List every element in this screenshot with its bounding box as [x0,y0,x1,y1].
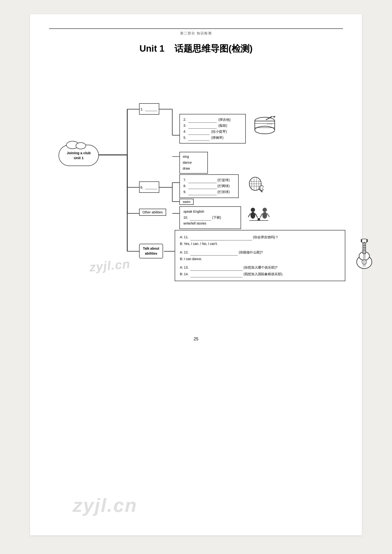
svg-point-62 [361,241,362,242]
svg-point-61 [361,239,362,241]
cloud-line2: Unit 1 [74,155,84,160]
other-abilities-box: Other abilities [139,209,166,216]
dialogue-line-2: B: Yes, I can. / No, I can't. [180,240,340,247]
chess-icon [248,206,269,225]
sport-item-9: 9. (打排球) [183,189,235,195]
mind-map-area: Joining a club Unit 1 1. 2. (弹吉他) 3. (敲鼓… [54,67,348,327]
svg-rect-49 [258,218,260,221]
box-6[interactable]: 6. [139,181,159,193]
section-header: 第二部分 知识检测 [49,31,343,35]
club-cloud: Joining a club Unit 1 [59,145,99,166]
music-item-4: 4. (拉小提琴) [183,129,242,135]
abilities-content-box: speak English 10. (下棋) write/tell storie… [179,206,241,229]
svg-text:~~~: ~~~ [267,122,273,126]
svg-point-40 [251,208,255,212]
title-subtitle: 话题思维导图(检测) [175,44,252,54]
svg-point-22 [255,126,275,134]
dialogue-box: A: 11. (你会弹吉他吗)？ B: Yes, I can. / No, I … [175,230,345,281]
swim-label: swim [183,200,190,204]
dialogue-line-1: A: 11. (你会弹吉他吗)？ [180,234,340,240]
svg-line-43 [255,213,258,218]
svg-point-63 [366,239,368,241]
cloud-line1: Joining a club [67,150,91,155]
box1-label: 1. [140,107,158,111]
talk-about-label: Talk aboutabilities [143,247,159,255]
box6-label: 6. [140,185,158,189]
sing-dance-draw-box: sing dance draw [179,152,208,174]
dance-label: dance [183,160,204,166]
drum-icon: ~~~ [253,116,277,135]
dialogue-line-4: B: I can dance. [180,256,340,262]
svg-line-46 [260,213,262,218]
ability-chess: 10. (下棋) [183,215,237,221]
guitar-icon [352,237,376,268]
svg-point-41 [251,212,255,219]
title-unit: Unit 1 [139,44,164,54]
music-item-3: 3. (敲鼓) [183,123,242,129]
watermark-large: zyjl.cn [73,495,137,516]
svg-line-47 [267,213,269,218]
svg-point-64 [366,241,368,242]
svg-line-42 [248,213,251,218]
box-1[interactable]: 1. [139,103,159,115]
music-item-5: 5. (弹钢琴) [183,135,242,141]
sing-label: sing [183,154,204,160]
ability-speak: speak English [183,209,237,215]
sport-item-8: 8. (打网球) [183,183,235,189]
dialogue-line-6: B: 14. (我想加入国际象棋俱乐部). [180,271,340,277]
page: 第二部分 知识检测 Unit 1 话题思维导图(检测) [30,14,362,535]
other-abilities-label: Other abilities [142,210,163,214]
svg-point-27 [273,116,275,118]
watermark-small: zyjl.cn [89,257,131,275]
sport-item-7: 7. (打篮球) [183,177,235,183]
svg-point-44 [263,208,267,212]
page-title: Unit 1 话题思维导图(检测) [49,43,343,55]
dialogue-line-3: A: 12. (你能做什么呢)? [180,249,340,256]
page-number: 25 [49,337,343,341]
talk-about-box: Talk aboutabilities [139,244,163,258]
top-divider [49,28,343,29]
music-content-box: 2. (弹吉他) 3. (敲鼓) 4. (拉小提琴) 5. (弹钢琴) [179,114,246,144]
svg-point-45 [262,212,267,219]
tennis-icon [247,177,264,193]
sports-content-box: 7. (打篮球) 8. (打网球) 9. (打排球) [179,174,239,198]
ability-stories: write/tell stories [183,221,237,226]
swim-box: swim [179,199,194,205]
music-item-2: 2. (弹吉他) [183,117,242,123]
dialogue-line-5: A: 13. (你想加入哪个俱乐部)? [180,264,340,271]
draw-label: draw [183,166,204,172]
